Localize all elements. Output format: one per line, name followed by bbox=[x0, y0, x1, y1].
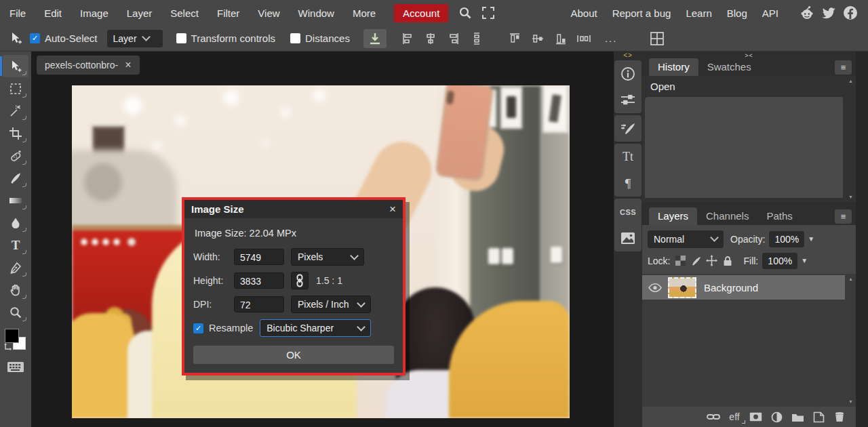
pen-tool[interactable] bbox=[3, 256, 28, 279]
new-layer-icon[interactable] bbox=[810, 410, 827, 424]
resample-checkbox[interactable]: ✓ bbox=[193, 323, 203, 333]
link-blog[interactable]: Blog bbox=[727, 7, 747, 19]
paragraph-icon[interactable]: ¶ bbox=[614, 170, 642, 197]
tab-paths[interactable]: Paths bbox=[757, 207, 801, 225]
menu-file[interactable]: File bbox=[9, 7, 26, 19]
lock-transparency-icon[interactable] bbox=[674, 255, 687, 267]
history-entry-open[interactable]: Open bbox=[650, 81, 675, 92]
document-tab[interactable]: pexels-cottonbro- × bbox=[37, 56, 140, 75]
effects-icon[interactable]: eff bbox=[726, 410, 743, 424]
menu-select[interactable]: Select bbox=[170, 7, 199, 19]
link-report-a-bug[interactable]: Report a bug bbox=[612, 7, 671, 19]
gradient-tool[interactable] bbox=[3, 189, 28, 211]
menu-filter[interactable]: Filter bbox=[217, 7, 239, 19]
history-panel-menu-icon[interactable]: ≡ bbox=[835, 60, 852, 75]
workspace-grid-icon[interactable] bbox=[648, 30, 666, 47]
type-tool[interactable]: T bbox=[3, 234, 28, 256]
fullscreen-icon[interactable] bbox=[481, 5, 496, 20]
brush-settings-icon[interactable] bbox=[614, 115, 642, 142]
tab-layers[interactable]: Layers bbox=[649, 207, 697, 225]
image-icon[interactable] bbox=[614, 225, 642, 251]
twitter-icon[interactable] bbox=[821, 5, 837, 21]
resample-method-select[interactable]: Bicubic Sharper bbox=[260, 319, 371, 337]
ok-button[interactable]: OK bbox=[193, 346, 394, 364]
menu-layer[interactable]: Layer bbox=[127, 7, 153, 19]
delete-icon[interactable] bbox=[831, 410, 848, 424]
opacity-dropdown-icon[interactable]: ▼ bbox=[808, 235, 814, 243]
menu-image[interactable]: Image bbox=[80, 7, 108, 19]
keyboard-shortcuts-icon[interactable] bbox=[7, 361, 24, 373]
marquee-select-tool[interactable] bbox=[3, 77, 28, 100]
dialog-close-icon[interactable]: × bbox=[389, 203, 396, 216]
lock-all-icon[interactable] bbox=[721, 255, 734, 267]
layer-visibility-eye-icon[interactable] bbox=[642, 283, 668, 292]
link-about[interactable]: About bbox=[570, 7, 597, 19]
tab-history[interactable]: History bbox=[649, 58, 698, 76]
dpi-input[interactable]: 72 bbox=[234, 296, 284, 312]
export-icon[interactable] bbox=[363, 29, 387, 48]
swap-colors-icon[interactable] bbox=[4, 343, 12, 352]
align-middle-icon[interactable] bbox=[529, 30, 547, 47]
magic-wand-tool[interactable] bbox=[3, 100, 28, 122]
rail-collapse-toggle[interactable]: <> bbox=[623, 52, 633, 60]
blend-mode-select[interactable]: Normal bbox=[648, 230, 724, 248]
brush-tool[interactable] bbox=[3, 167, 28, 189]
hand-tool[interactable] bbox=[3, 279, 28, 301]
menu-edit[interactable]: Edit bbox=[44, 7, 62, 19]
distances-checkbox[interactable] bbox=[290, 33, 300, 43]
scroll-down-icon[interactable]: ▼ bbox=[848, 195, 853, 199]
menu-more[interactable]: More bbox=[353, 7, 376, 19]
css-icon[interactable]: CSS bbox=[614, 199, 642, 225]
width-unit-select[interactable]: Pixels bbox=[291, 248, 364, 266]
layers-scrollbar[interactable]: ▲ ▼ bbox=[846, 275, 854, 405]
adjustment-icon[interactable] bbox=[768, 410, 785, 424]
account-button[interactable]: Account bbox=[394, 4, 448, 22]
dpi-unit-select[interactable]: Pixels / Inch bbox=[291, 296, 371, 313]
align-right-icon[interactable] bbox=[445, 30, 462, 47]
folder-icon[interactable] bbox=[789, 410, 806, 424]
healing-brush-tool[interactable] bbox=[3, 144, 28, 167]
dialog-title-bar[interactable]: Image Size × bbox=[184, 200, 403, 218]
info-icon[interactable] bbox=[614, 60, 642, 87]
menu-view[interactable]: View bbox=[258, 7, 279, 19]
align-bottom-icon[interactable] bbox=[552, 30, 570, 47]
zoom-tool[interactable] bbox=[3, 301, 28, 323]
lock-paint-icon[interactable] bbox=[690, 255, 703, 267]
history-scrollbar[interactable]: ▲ ▼ bbox=[846, 77, 854, 201]
lock-position-icon[interactable] bbox=[705, 255, 718, 267]
color-swatches[interactable] bbox=[4, 329, 27, 352]
tab-channels[interactable]: Channels bbox=[697, 207, 757, 225]
facebook-icon[interactable] bbox=[842, 5, 859, 21]
scroll-down-icon[interactable]: ▼ bbox=[848, 399, 853, 404]
opacity-value[interactable]: 100% bbox=[769, 231, 804, 247]
align-top-icon[interactable] bbox=[506, 30, 524, 47]
layer-thumbnail[interactable] bbox=[668, 277, 696, 298]
height-input[interactable]: 3833 bbox=[234, 272, 284, 289]
move-tool[interactable] bbox=[3, 55, 28, 77]
character-icon[interactable]: Tt bbox=[614, 144, 642, 170]
auto-select-checkbox[interactable]: ✓ bbox=[30, 33, 40, 43]
more-options-button[interactable]: ... bbox=[605, 33, 618, 44]
transform-controls-checkbox[interactable] bbox=[176, 33, 186, 43]
mask-icon[interactable] bbox=[747, 410, 764, 424]
close-tab-icon[interactable]: × bbox=[125, 59, 131, 71]
distribute-v-icon[interactable] bbox=[468, 30, 486, 47]
crop-tool[interactable] bbox=[3, 122, 28, 144]
layers-panel-menu-icon[interactable]: ≡ bbox=[835, 209, 852, 224]
link-learn[interactable]: Learn bbox=[686, 7, 711, 19]
reddit-icon[interactable] bbox=[799, 5, 815, 21]
layer-row-background[interactable]: Background bbox=[642, 275, 845, 300]
search-icon[interactable] bbox=[458, 5, 473, 20]
properties-icon[interactable] bbox=[614, 87, 642, 113]
distribute-h-icon[interactable] bbox=[575, 30, 593, 47]
auto-select-target-select[interactable]: Layer bbox=[107, 30, 163, 47]
tab-swatches[interactable]: Swatches bbox=[698, 58, 760, 76]
link-api[interactable]: API bbox=[762, 7, 778, 19]
width-input[interactable]: 5749 bbox=[234, 249, 284, 265]
foreground-color-swatch[interactable] bbox=[5, 329, 19, 343]
link-dimensions-icon[interactable] bbox=[291, 272, 309, 289]
scroll-up-icon[interactable]: ▲ bbox=[848, 79, 853, 83]
align-left-icon[interactable] bbox=[399, 30, 416, 47]
menu-window[interactable]: Window bbox=[298, 7, 334, 19]
scroll-up-icon[interactable]: ▲ bbox=[848, 277, 853, 281]
